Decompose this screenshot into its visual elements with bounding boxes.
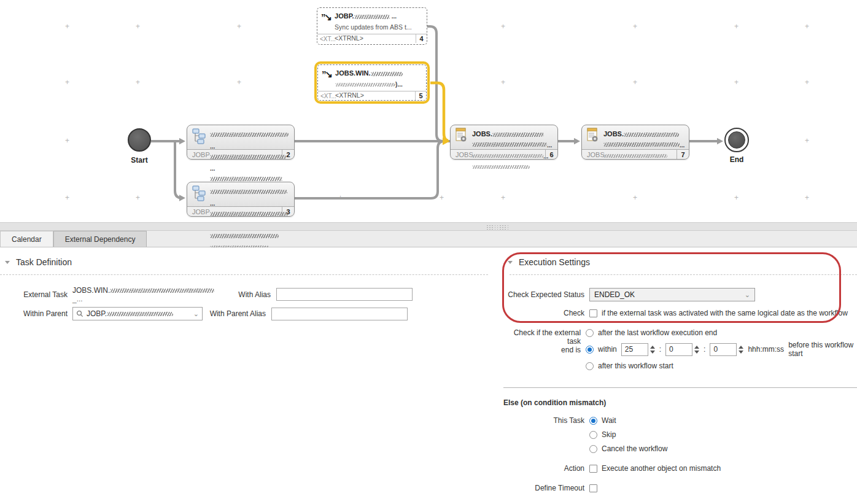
chevron-down-icon[interactable]: ⌄ — [193, 312, 199, 315]
define-timeout-checkbox[interactable] — [589, 484, 597, 492]
within-minutes-spinner[interactable]: 0 — [665, 343, 699, 356]
status-value: ENDED_OK — [594, 290, 635, 299]
end-node-label: End — [723, 155, 750, 164]
spinner-up-icon[interactable] — [694, 346, 699, 349]
search-icon — [76, 310, 83, 317]
within-parent-value: JOBP. — [87, 309, 173, 318]
radio-within[interactable] — [586, 346, 594, 354]
workflow-node-external-4[interactable]: ”↘ JOBP. ... Sync updates from ABS t... … — [317, 7, 427, 45]
workflow-icon — [192, 128, 206, 147]
within-parent-label: Within Parent — [0, 309, 68, 318]
external-task-value: JOBS.WIN._... — [72, 286, 220, 303]
action-label: Action — [503, 464, 584, 473]
node-number: 4 — [416, 34, 427, 43]
node-number: 5 — [415, 91, 426, 100]
check-label: Check — [503, 309, 584, 317]
within-format-text: hhh:mm:ss — [748, 345, 784, 354]
tab-calendar[interactable]: Calendar — [0, 231, 53, 247]
colon-separator: : — [704, 345, 705, 354]
workflow-node-jobs-6[interactable]: JOBS. ... ... JOBS 6 — [450, 125, 558, 160]
section-task-definition[interactable]: Task Definition — [5, 257, 72, 267]
section-divider — [0, 274, 488, 275]
workflow-node-jobp-2[interactable]: ... ... JOBP 2 — [187, 125, 295, 160]
within-seconds-value[interactable]: 0 — [710, 343, 737, 356]
node-number: 7 — [677, 150, 689, 159]
workflow-connectors — [0, 0, 857, 222]
within-parent-combobox[interactable]: JOBP. ⌄ — [72, 307, 203, 320]
radio-after-workflow-start-text: after this workflow start — [598, 362, 673, 370]
radio-after-last-execution-text: after the last workflow execution end — [598, 328, 717, 337]
workflow-node-external-5-selection[interactable]: ◀ ▶ ”↘ JOBS.WIN. )... <XTRNL> <XT... 5 — [314, 61, 430, 104]
within-hours-value[interactable]: 25 — [621, 343, 648, 356]
define-timeout-label: Define Timeout — [503, 484, 584, 492]
node-footer-label: <XT... — [317, 36, 416, 42]
execute-another-object-text: Execute another object on mismatch — [602, 464, 721, 473]
chevron-down-icon[interactable]: ⌄ — [745, 293, 750, 296]
node-subtitle: Sync updates from ABS t... — [335, 23, 411, 31]
workflow-node-jobs-7[interactable]: JOBS. ... JOBS 7 — [581, 125, 689, 160]
tab-external-dependency[interactable]: External Dependency — [53, 231, 147, 247]
external-dependency-icon: ”↘ — [322, 69, 332, 79]
workflow-icon — [192, 185, 206, 204]
execute-another-object-checkbox[interactable] — [589, 465, 597, 473]
radio-skip[interactable] — [589, 431, 597, 439]
start-node-circle — [128, 128, 151, 152]
within-seconds-spinner[interactable]: 0 — [710, 343, 743, 356]
node-text: JOBS. ... ... — [472, 128, 552, 172]
section-title: Execution Settings — [519, 257, 590, 267]
panel-splitter[interactable] — [0, 222, 857, 231]
section-title: Task Definition — [16, 257, 72, 267]
job-icon — [587, 128, 599, 146]
with-alias-label: With Alias — [220, 290, 271, 299]
check-expected-status-label: Check Expected Status — [503, 290, 584, 299]
radio-after-workflow-start[interactable] — [586, 362, 594, 370]
with-parent-alias-input[interactable] — [271, 308, 408, 320]
node-footer-label: <XT... — [318, 93, 415, 99]
radio-wait-text: Wait — [602, 416, 616, 425]
external-dependency-panel: Task Definition Execution Settings Exter… — [0, 247, 857, 503]
this-task-label: This Task — [503, 416, 584, 425]
section-execution-settings[interactable]: Execution Settings — [508, 257, 590, 267]
external-dependency-icon: ”↘ — [321, 12, 331, 21]
with-parent-alias-label: With Parent Alias — [203, 309, 266, 318]
else-title: Else (on condition mismatch) — [503, 398, 606, 407]
node-redacted-text: ... ... — [210, 186, 290, 252]
check-logical-date-checkbox[interactable] — [589, 309, 597, 317]
end-node[interactable]: End — [723, 128, 750, 164]
start-node[interactable]: Start — [125, 128, 153, 165]
within-minutes-value[interactable]: 0 — [665, 343, 692, 356]
end-is-label: Check if the external task end is — [503, 328, 581, 354]
start-node-label: Start — [125, 156, 153, 165]
check-logical-date-text: if the external task was activated with … — [602, 309, 848, 317]
radio-within-text: within — [598, 345, 617, 354]
colon-separator: : — [659, 345, 661, 354]
spinner-down-icon[interactable] — [739, 351, 743, 354]
radio-wait[interactable] — [589, 417, 597, 425]
spinner-up-icon[interactable] — [650, 346, 655, 349]
workflow-canvas: ++++++++++++++++++++++++ Start — [0, 0, 857, 222]
radio-cancel-workflow[interactable] — [589, 445, 597, 453]
external-task-label: External Task — [0, 290, 68, 299]
radio-skip-text: Skip — [602, 430, 616, 439]
spinner-down-icon[interactable] — [694, 351, 699, 354]
workflow-node-jobp-3[interactable]: ... ... JOBP 3 — [187, 182, 295, 217]
else-divider — [503, 387, 857, 388]
spinner-up-icon[interactable] — [739, 346, 743, 349]
properties-tab-bar: Calendar External Dependency — [0, 231, 857, 247]
check-expected-status-select[interactable]: ENDED_OK ⌄ — [589, 288, 755, 301]
node-number: 6 — [545, 150, 557, 159]
job-icon — [456, 128, 468, 146]
within-suffix-text: before this workflow start — [788, 341, 857, 358]
within-hours-spinner[interactable]: 25 — [621, 343, 655, 356]
collapse-arrow-icon[interactable] — [5, 261, 10, 264]
radio-after-last-execution[interactable] — [586, 329, 594, 337]
spinner-down-icon[interactable] — [650, 351, 655, 354]
with-alias-input[interactable] — [276, 288, 413, 301]
end-node-circle — [724, 128, 749, 152]
splitter-grip-icon[interactable] — [487, 225, 509, 230]
radio-cancel-workflow-text: Cancel the workflow — [602, 444, 667, 453]
workflow-node-external-5[interactable]: ”↘ JOBS.WIN. )... <XTRNL> <XT... 5 — [317, 64, 427, 101]
collapse-arrow-icon[interactable] — [508, 261, 513, 264]
section-divider — [510, 274, 857, 275]
